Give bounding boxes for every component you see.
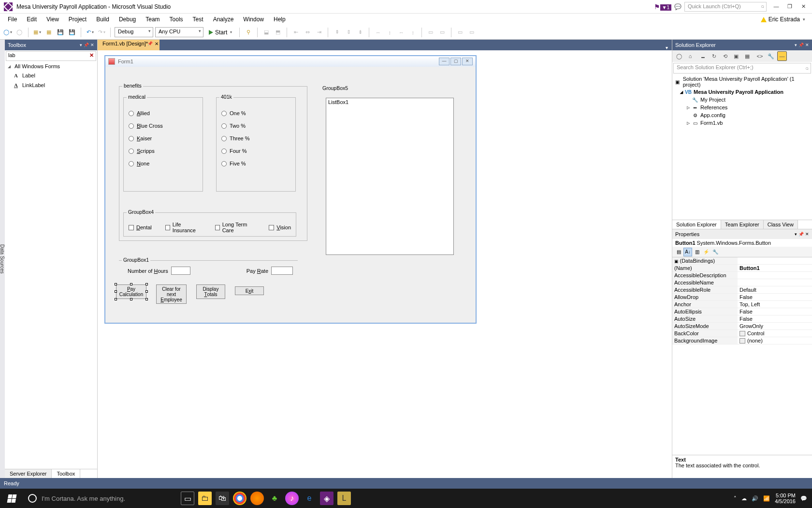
tab-solution-explorer[interactable]: Solution Explorer	[672, 220, 721, 229]
sln-references[interactable]: ▷▪▪References	[672, 104, 812, 111]
sln-search-input[interactable]: Search Solution Explorer (Ctrl+;)	[673, 63, 811, 74]
app-icon[interactable]: ♣	[268, 492, 281, 505]
sync-icon[interactable]: ⟲	[720, 51, 730, 61]
pin-icon[interactable]: 📌	[84, 43, 89, 47]
back-button[interactable]: ◯	[3, 28, 13, 37]
cortana-input[interactable]: I'm Cortana. Ask me anything.	[42, 489, 177, 508]
code-icon[interactable]: <>	[755, 51, 765, 61]
app-icon[interactable]: L	[337, 492, 351, 505]
dropdown-icon[interactable]: ▾	[80, 43, 82, 47]
close-button[interactable]: ✕	[797, 2, 810, 12]
volume-icon[interactable]: 🔊	[752, 495, 758, 502]
minimize-button[interactable]: —	[769, 2, 783, 12]
start-debug-button[interactable]: Start	[205, 27, 235, 38]
itunes-icon[interactable]: ♪	[285, 492, 299, 505]
menu-window[interactable]: Window	[238, 15, 269, 24]
tab-team-explorer[interactable]: Team Explorer	[721, 220, 764, 229]
groupbox-medical[interactable]: medical Allied Blue Cross Kaiser Scripps…	[123, 97, 203, 192]
home-icon[interactable]: ⌂	[685, 51, 695, 61]
menu-test[interactable]: Test	[188, 15, 208, 24]
radio-three[interactable]: Three %	[221, 135, 290, 141]
property-row[interactable]: AllowDropFalse	[672, 294, 812, 301]
groupbox-1[interactable]: GroupBox1 Number of Hours Pay Rate	[119, 260, 298, 277]
tab-server-explorer[interactable]: Server Explorer	[5, 469, 52, 478]
hours-input[interactable]	[171, 267, 190, 275]
feedback-icon[interactable]: 💬	[674, 3, 682, 10]
display-totals-button[interactable]: Display Totals	[196, 284, 225, 299]
groupbox-4[interactable]: GroupBox4 Dental Life Insurance Long Ter…	[123, 212, 296, 237]
onedrive-icon[interactable]: ☁	[741, 495, 747, 502]
file-explorer-icon[interactable]: 🗀	[198, 492, 212, 505]
visual-studio-icon[interactable]: ◈	[320, 492, 334, 505]
clock[interactable]: 5:00 PM4/5/2016	[775, 493, 796, 504]
flag-icon[interactable]: ⚑▼1	[654, 3, 671, 11]
alphabetical-icon[interactable]: A↓	[683, 248, 692, 256]
menu-analyze[interactable]: Analyze	[208, 15, 239, 24]
groupbox-5[interactable]: GroupBox5 ListBox1	[318, 86, 463, 275]
menu-file[interactable]: File	[3, 15, 22, 24]
taskview-icon[interactable]: ▭	[181, 492, 194, 505]
check-vision[interactable]: Vision	[269, 222, 291, 233]
pay-calculation-button[interactable]: PayCalculation	[116, 284, 146, 299]
prop-icon[interactable]: ▥	[693, 248, 701, 256]
close-tab-icon[interactable]: ✕	[155, 41, 159, 46]
exit-button[interactable]: Exit	[235, 286, 264, 295]
menu-help[interactable]: Help	[269, 15, 290, 24]
close-icon[interactable]: ✕	[90, 43, 94, 47]
save-all-button[interactable]: 💾	[67, 28, 77, 37]
notifications-icon[interactable]: 💬	[800, 495, 807, 502]
toolbar-icon[interactable]: ⚲	[244, 28, 253, 37]
pin-icon[interactable]: 📌	[798, 232, 804, 237]
dropdown-icon[interactable]: ▾	[795, 43, 797, 47]
radio-two[interactable]: Two %	[221, 123, 290, 129]
toolbox-item-label[interactable]: ALabel	[5, 71, 97, 80]
property-row[interactable]: AccessibleRoleDefault	[672, 286, 812, 294]
collapse-icon[interactable]: ▣	[731, 51, 741, 61]
clear-search-icon[interactable]: ✕	[89, 52, 94, 59]
new-project-button[interactable]: ▦	[32, 28, 42, 37]
property-row[interactable]: (Name)Button1	[672, 265, 812, 272]
radio-kaiser[interactable]: Kaiser	[129, 135, 198, 141]
rate-input[interactable]	[271, 267, 293, 275]
property-row[interactable]: BackgroundImage(none)	[672, 337, 812, 344]
property-row[interactable]: AccessibleName	[672, 279, 812, 286]
props-icon[interactable]: 🔧	[766, 51, 776, 61]
check-ltc[interactable]: Long Term Care	[215, 222, 255, 233]
prop-icon[interactable]: 🔧	[711, 248, 720, 256]
toolbox-item-linklabel[interactable]: ALinkLabel	[5, 80, 97, 90]
menu-build[interactable]: Build	[91, 15, 114, 24]
menu-tools[interactable]: Tools	[165, 15, 188, 24]
groupbox-benefits[interactable]: benefits medical Allied Blue Cross Kaise…	[119, 86, 307, 241]
store-icon[interactable]: 🛍	[216, 492, 229, 505]
toolbox-category[interactable]: ◢All Windows Forms	[5, 62, 97, 71]
document-tab[interactable]: Form1.vb [Design]* 📌 ✕	[98, 40, 160, 50]
categorized-icon[interactable]: ▤	[674, 248, 683, 256]
signed-in-user[interactable]: Eric Estrada	[768, 16, 800, 23]
tab-overflow-icon[interactable]: ▾	[662, 45, 672, 50]
clear-employee-button[interactable]: Clear for next Employee	[156, 284, 187, 304]
property-row[interactable]: AutoEllipsisFalse	[672, 308, 812, 315]
sln-root[interactable]: ▣Solution 'Mesa University Payroll Appli…	[672, 75, 812, 88]
radio-bluecross[interactable]: Blue Cross	[129, 123, 198, 129]
check-dental[interactable]: Dental	[129, 222, 152, 233]
radio-allied[interactable]: Allied	[129, 110, 198, 116]
sln-icon[interactable]: 🗕	[698, 51, 708, 61]
listbox-1[interactable]: ListBox1	[326, 98, 454, 255]
sln-appconfig[interactable]: ⚙App.config	[672, 111, 812, 119]
property-row[interactable]: BackColorControl	[672, 330, 812, 337]
sln-form1[interactable]: ▷▭Form1.vb	[672, 119, 812, 127]
menu-debug[interactable]: Debug	[114, 15, 141, 24]
edge-icon[interactable]: e	[303, 492, 316, 505]
properties-object[interactable]: Button1 System.Windows.Forms.Button	[672, 239, 812, 247]
tab-class-view[interactable]: Class View	[764, 220, 798, 229]
maximize-button[interactable]: ❐	[783, 2, 797, 12]
radio-one[interactable]: One %	[221, 110, 290, 116]
events-icon[interactable]: ⚡	[702, 248, 710, 256]
refresh-icon[interactable]: ↻	[709, 51, 719, 61]
property-row[interactable]: AutoSizeFalse	[672, 315, 812, 323]
toolbox-search-input[interactable]: lab ✕	[6, 51, 96, 61]
user-dropdown-icon[interactable]: ▾	[803, 17, 805, 22]
pin-icon[interactable]: 📌	[798, 43, 804, 47]
form-designer[interactable]: Form1 — ▢ ✕ benefits medical	[104, 55, 477, 324]
quick-launch-input[interactable]: Quick Launch (Ctrl+Q)	[684, 2, 767, 12]
